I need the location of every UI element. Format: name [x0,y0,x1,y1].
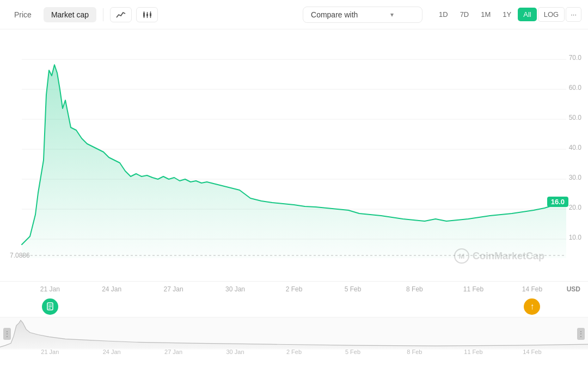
divider [103,8,103,21]
x-label-8feb: 8 Feb [406,285,423,293]
event-icon-orange[interactable]: ↑ [524,298,540,315]
line-chart-icon-btn[interactable] [110,7,132,22]
mini-x-label-30jan: 30 Jan [226,349,244,355]
document-icon [46,302,54,311]
x-label-14feb: 14 Feb [522,285,542,293]
compare-dropdown[interactable]: Compare with ▾ [303,7,422,23]
y-label-10: 10.0 [569,232,581,242]
x-label-30jan: 30 Jan [225,285,245,293]
mini-x-label-8feb: 8 Feb [407,349,422,355]
y-label-20: 20.0 [569,202,581,212]
time-btn-1y[interactable]: 1Y [497,8,517,21]
market-cap-tab[interactable]: Market cap [44,7,96,22]
mini-x-label-14feb: 14 Feb [523,349,541,355]
y-label-40: 40.0 [569,142,581,152]
y-label-70: 70.0 [569,52,581,62]
log-btn[interactable]: LOG [538,7,565,22]
x-label-21jan: 21 Jan [40,285,60,293]
mini-chart-svg [0,318,588,350]
svg-rect-6 [150,13,151,16]
x-label-5feb: 5 Feb [345,285,362,293]
y-label-50: 50.0 [569,112,581,122]
chevron-down-icon: ▾ [390,11,394,19]
arrow-up-icon: ↑ [530,302,534,312]
event-icon-green[interactable] [42,298,58,315]
more-btn[interactable]: ··· [566,7,581,22]
mini-x-label-27jan: 27 Jan [164,349,182,355]
svg-text:M: M [459,252,465,260]
x-axis: 21 Jan 24 Jan 27 Jan 30 Jan 2 Feb 5 Feb … [0,281,588,296]
price-tab[interactable]: Price [7,7,39,22]
mini-x-label-21jan: 21 Jan [41,349,59,355]
candle-chart-icon-btn[interactable] [136,7,158,22]
mini-x-label-11feb: 11 Feb [464,349,482,355]
y-label-60: 60.0 [569,82,581,92]
toolbar: Price Market cap Compare with ▾ 1D 7D 1M… [0,0,588,29]
x-label-27jan: 27 Jan [164,285,183,293]
mini-x-label-2feb: 2 Feb [286,349,302,355]
time-btn-all[interactable]: All [518,8,536,21]
coinmarketcap-logo-icon: M [454,248,469,264]
mini-x-label-5feb: 5 Feb [345,349,360,355]
low-price-label: 7.0886 [10,252,30,259]
time-btn-1m[interactable]: 1M [475,8,496,21]
x-label-2feb: 2 Feb [286,285,303,293]
event-icons-row: ↑ [0,296,588,317]
time-range-selector: 1D 7D 1M 1Y All LOG ··· [433,7,581,22]
compare-label: Compare with [311,10,358,19]
main-chart: 70.0 60.0 50.0 40.0 30.0 20.0 10.0 16.0 … [0,29,588,296]
x-label-11feb: 11 Feb [463,285,483,293]
line-chart-icon [116,11,126,19]
time-btn-1d[interactable]: 1D [433,8,454,21]
candle-chart-icon [142,11,152,19]
x-label-24jan: 24 Jan [102,285,121,293]
y-label-30: 30.0 [569,172,581,182]
time-btn-7d[interactable]: 7D [455,8,475,21]
scroll-handle-right[interactable] [577,328,585,340]
current-price-label: 16.0 [547,197,568,207]
watermark-text: CoinMarketCap [473,251,544,262]
mini-chart: 21 Jan 24 Jan 27 Jan 30 Jan 2 Feb 5 Feb … [0,317,588,350]
scroll-handle-left[interactable] [3,328,11,340]
svg-rect-3 [146,14,148,16]
svg-rect-0 [143,13,145,17]
mini-x-label-24jan: 24 Jan [103,349,121,355]
watermark: M CoinMarketCap [454,248,544,264]
